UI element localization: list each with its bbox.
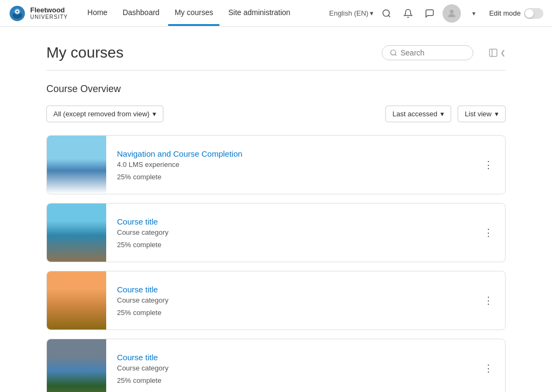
course-progress: 25% complete xyxy=(117,241,461,249)
course-search-input[interactable] xyxy=(401,48,465,57)
thumb-placeholder xyxy=(47,271,106,330)
user-avatar[interactable] xyxy=(443,4,461,23)
display-filter-chevron: ▾ xyxy=(495,110,499,118)
course-category: 4.0 LMS experience xyxy=(117,160,461,169)
course-info: Course title Course category 25% complet… xyxy=(106,204,472,262)
svg-rect-10 xyxy=(489,49,497,57)
edit-mode-label: Edit mode xyxy=(489,9,521,17)
course-card: Navigation and Course Completion 4.0 LMS… xyxy=(46,135,506,194)
page-header: My courses ❮ xyxy=(46,44,506,71)
course-thumbnail xyxy=(47,339,106,392)
course-actions: ⋮ xyxy=(472,339,505,392)
brand-name: Fleetwood xyxy=(30,6,68,14)
course-card: Course title Course category 25% complet… xyxy=(46,203,506,262)
course-list: Navigation and Course Completion 4.0 LMS… xyxy=(46,135,506,392)
sidebar-toggle[interactable]: ❮ xyxy=(488,48,506,58)
sort-filter-dropdown[interactable]: Last accessed ▾ xyxy=(385,106,451,122)
course-actions: ⋮ xyxy=(472,204,505,262)
course-actions: ⋮ xyxy=(472,271,505,330)
edit-mode-toggle: Edit mode xyxy=(489,8,543,19)
nav-links: Home Dashboard My courses Site administr… xyxy=(81,1,329,26)
course-title[interactable]: Course title xyxy=(117,353,461,362)
course-thumbnail xyxy=(47,271,106,330)
brand-icon xyxy=(9,5,26,22)
toggle-knob xyxy=(525,9,534,18)
course-more-button[interactable]: ⋮ xyxy=(480,223,496,242)
course-progress: 25% complete xyxy=(117,309,461,317)
brand-text: Fleetwood UNIVERSITY xyxy=(30,6,68,20)
view-filter-dropdown[interactable]: All (except removed from view) ▾ xyxy=(46,106,163,122)
course-category: Course category xyxy=(117,296,461,304)
main-content: My courses ❮ Course Overview All (except… xyxy=(33,27,519,392)
sidebar-chevron-icon: ❮ xyxy=(500,49,506,57)
filters-bar: All (except removed from view) ▾ Last ac… xyxy=(46,106,506,122)
course-title[interactable]: Course title xyxy=(117,217,461,226)
svg-line-9 xyxy=(395,54,397,56)
course-thumbnail xyxy=(47,204,106,262)
course-title[interactable]: Course title xyxy=(117,285,461,294)
search-box-icon xyxy=(390,49,397,57)
course-search-box[interactable] xyxy=(382,45,473,60)
nav-siteadmin[interactable]: Site administration xyxy=(222,1,296,26)
language-label: English (EN) xyxy=(329,9,368,17)
course-progress: 25% complete xyxy=(117,376,461,384)
svg-point-7 xyxy=(450,10,454,13)
course-thumbnail xyxy=(47,136,106,194)
nav-dashboard[interactable]: Dashboard xyxy=(116,1,166,26)
svg-line-6 xyxy=(389,15,390,17)
course-info: Course title Course category 25% complet… xyxy=(106,271,472,330)
course-card: Course title Course category 25% complet… xyxy=(46,339,506,392)
sort-filter-chevron: ▾ xyxy=(440,110,444,118)
course-category: Course category xyxy=(117,228,461,236)
view-filter-chevron: ▾ xyxy=(153,110,156,118)
thumb-placeholder xyxy=(47,204,106,262)
course-more-button[interactable]: ⋮ xyxy=(480,291,496,310)
svg-point-4 xyxy=(16,10,18,12)
search-icon xyxy=(382,9,391,18)
navbar-right: English (EN) ▾ ▾ Edit mode xyxy=(329,4,543,23)
svg-point-8 xyxy=(391,50,396,55)
course-progress: 25% complete xyxy=(117,173,461,181)
course-info: Course title Course category 25% complet… xyxy=(106,339,472,392)
notifications-button[interactable] xyxy=(399,5,417,22)
course-title[interactable]: Navigation and Course Completion xyxy=(117,149,461,158)
course-more-button[interactable]: ⋮ xyxy=(480,156,496,174)
search-button[interactable] xyxy=(378,5,395,22)
page-title: My courses xyxy=(46,44,123,61)
nav-home[interactable]: Home xyxy=(81,1,114,26)
chat-icon xyxy=(425,9,434,18)
view-filter-label: All (except removed from view) xyxy=(53,110,149,118)
thumb-placeholder xyxy=(47,339,106,392)
navbar: Fleetwood UNIVERSITY Home Dashboard My c… xyxy=(0,0,552,27)
course-card: Course title Course category 25% complet… xyxy=(46,271,506,330)
messages-button[interactable] xyxy=(421,5,438,22)
user-menu-button[interactable]: ▾ xyxy=(465,5,482,22)
display-filter-dropdown[interactable]: List view ▾ xyxy=(458,106,506,122)
display-filter-label: List view xyxy=(465,110,492,118)
avatar-icon xyxy=(446,8,457,19)
language-selector[interactable]: English (EN) ▾ xyxy=(329,9,374,17)
edit-mode-switch[interactable] xyxy=(524,8,543,19)
thumb-placeholder xyxy=(47,136,106,194)
brand-sub: UNIVERSITY xyxy=(30,14,68,20)
course-more-button[interactable]: ⋮ xyxy=(480,359,496,377)
bell-icon xyxy=(403,9,413,18)
course-category: Course category xyxy=(117,364,461,372)
brand-logo-link[interactable]: Fleetwood UNIVERSITY xyxy=(9,5,68,22)
sort-filter-label: Last accessed xyxy=(392,110,437,118)
svg-point-5 xyxy=(383,10,390,16)
sidebar-icon xyxy=(488,48,498,58)
nav-mycourses[interactable]: My courses xyxy=(168,1,220,26)
course-info: Navigation and Course Completion 4.0 LMS… xyxy=(106,136,472,194)
section-title: Course Overview xyxy=(46,83,506,95)
lang-chevron-icon: ▾ xyxy=(370,9,374,17)
course-actions: ⋮ xyxy=(472,136,505,194)
